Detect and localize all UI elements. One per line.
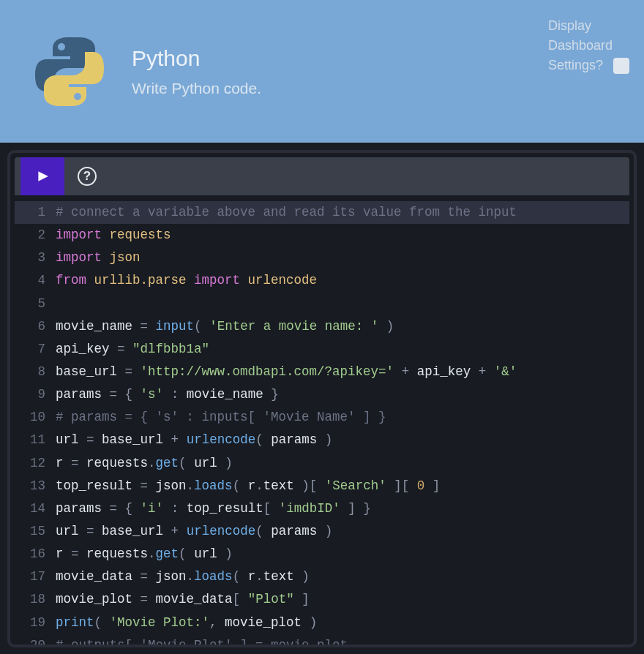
code-content[interactable]: movie_data = json.loads( r.text ) <box>56 565 629 588</box>
line-number: 2 <box>15 224 56 247</box>
line-number: 5 <box>15 293 56 315</box>
settings-label: Settings? <box>548 56 603 75</box>
code-content[interactable]: url = base_url + urlencode( params ) <box>56 520 629 543</box>
code-content[interactable]: movie_name = input( 'Enter a movie name:… <box>56 315 629 338</box>
code-content[interactable]: params = { 's' : movie_name } <box>56 383 629 406</box>
code-content[interactable]: from urllib.parse import urlencode <box>56 269 629 292</box>
line-number: 6 <box>15 315 56 338</box>
line-number: 18 <box>15 588 56 611</box>
line-number: 10 <box>15 406 56 429</box>
line-number: 1 <box>15 201 56 224</box>
python-logo-icon <box>29 31 110 112</box>
code-line[interactable]: 18movie_plot = movie_data[ "Plot" ] <box>15 588 629 611</box>
code-content[interactable]: params = { 'i' : top_result[ 'imdbID' ] … <box>56 497 629 520</box>
editor-container: ? 1# connect a variable above and read i… <box>7 150 637 647</box>
play-icon <box>36 170 49 183</box>
code-line[interactable]: 11url = base_url + urlencode( params ) <box>15 429 629 451</box>
code-content[interactable] <box>56 293 629 315</box>
code-content[interactable]: movie_plot = movie_data[ "Plot" ] <box>56 588 629 611</box>
code-content[interactable]: # params = { 's' : inputs[ 'Movie Name' … <box>56 406 629 429</box>
line-number: 14 <box>15 497 56 520</box>
line-number: 7 <box>15 338 56 361</box>
page-title: Python <box>132 46 261 71</box>
code-line[interactable]: 12r = requests.get( url ) <box>15 452 629 475</box>
line-number: 19 <box>15 612 56 634</box>
code-content[interactable]: print( 'Movie Plot:', movie_plot ) <box>56 612 629 634</box>
line-number: 9 <box>15 383 56 406</box>
line-number: 11 <box>15 429 56 451</box>
code-line[interactable]: 5 <box>15 293 629 315</box>
line-number: 16 <box>15 543 56 565</box>
code-line[interactable]: 20# outputs[ 'Movie Plot' ] = movie plot <box>15 634 629 647</box>
line-number: 15 <box>15 520 56 543</box>
settings-line-dashboard: Dashboard <box>548 36 629 56</box>
code-content[interactable]: base_url = 'http://www.omdbapi.com/?apik… <box>56 361 629 383</box>
code-line[interactable]: 17movie_data = json.loads( r.text ) <box>15 565 629 588</box>
line-number: 4 <box>15 269 56 292</box>
code-line[interactable]: 6movie_name = input( 'Enter a movie name… <box>15 315 629 338</box>
page-subtitle: Write Python code. <box>132 80 261 97</box>
settings-line-display: Display <box>548 16 629 36</box>
settings-checkbox[interactable] <box>613 58 629 74</box>
code-line[interactable]: 16r = requests.get( url ) <box>15 543 629 565</box>
line-number: 20 <box>15 634 56 647</box>
code-line[interactable]: 14params = { 'i' : top_result[ 'imdbID' … <box>15 497 629 520</box>
line-number: 3 <box>15 247 56 269</box>
code-editor[interactable]: 1# connect a variable above and read its… <box>15 195 629 647</box>
line-number: 8 <box>15 361 56 383</box>
code-line[interactable]: 2import requests <box>15 224 629 247</box>
code-content[interactable]: api_key = "dlfbbb1a" <box>56 338 629 361</box>
code-line[interactable]: 10# params = { 's' : inputs[ 'Movie Name… <box>15 406 629 429</box>
code-content[interactable]: url = base_url + urlencode( params ) <box>56 429 629 451</box>
code-line[interactable]: 3import json <box>15 247 629 269</box>
run-button[interactable] <box>20 157 64 195</box>
code-content[interactable]: import json <box>56 247 629 269</box>
code-content[interactable]: r = requests.get( url ) <box>56 543 629 565</box>
code-line[interactable]: 19print( 'Movie Plot:', movie_plot ) <box>15 612 629 634</box>
code-content[interactable]: # outputs[ 'Movie Plot' ] = movie plot <box>56 634 629 647</box>
editor-toolbar: ? <box>15 157 629 195</box>
code-line[interactable]: 15url = base_url + urlencode( params ) <box>15 520 629 543</box>
code-line[interactable]: 9params = { 's' : movie_name } <box>15 383 629 406</box>
header-text: Python Write Python code. <box>132 46 261 97</box>
help-button[interactable]: ? <box>78 167 97 186</box>
line-number: 13 <box>15 475 56 497</box>
code-content[interactable]: top_result = json.loads( r.text )[ 'Sear… <box>56 475 629 497</box>
code-line[interactable]: 13top_result = json.loads( r.text )[ 'Se… <box>15 475 629 497</box>
code-line[interactable]: 7api_key = "dlfbbb1a" <box>15 338 629 361</box>
code-content[interactable]: r = requests.get( url ) <box>56 452 629 475</box>
settings-panel: Display Dashboard Settings? <box>548 16 629 75</box>
code-line[interactable]: 8base_url = 'http://www.omdbapi.com/?api… <box>15 361 629 383</box>
line-number: 17 <box>15 565 56 588</box>
code-line[interactable]: 1# connect a variable above and read its… <box>15 201 629 224</box>
code-line[interactable]: 4from urllib.parse import urlencode <box>15 269 629 292</box>
code-content[interactable]: # connect a variable above and read its … <box>56 201 629 224</box>
header: Python Write Python code. Display Dashbo… <box>0 0 644 143</box>
line-number: 12 <box>15 452 56 475</box>
code-content[interactable]: import requests <box>56 224 629 247</box>
